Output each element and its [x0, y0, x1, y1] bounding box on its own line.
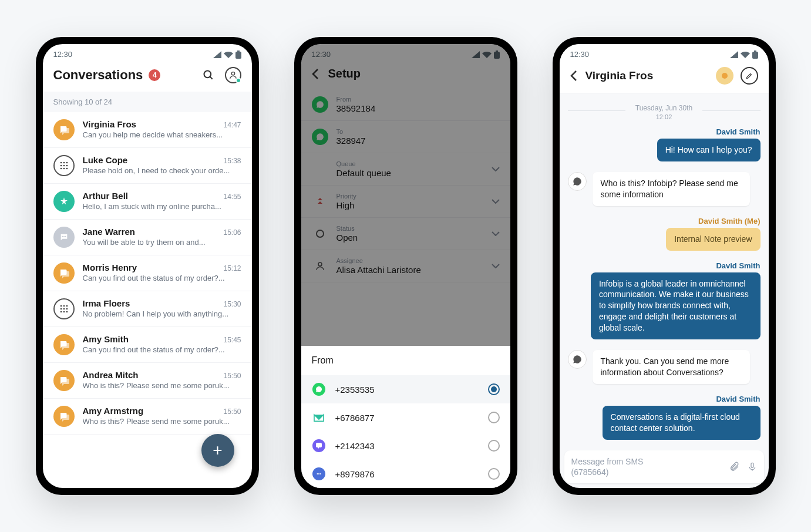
message-time: 14:55 — [223, 193, 241, 201]
channel-icon — [53, 298, 75, 319]
contact-name: Irma Floers — [83, 298, 130, 308]
svg-point-4 — [231, 72, 234, 75]
conversation-item[interactable]: Arthur Bell 14:55 Hello, I am stuck with… — [43, 184, 252, 220]
radio-button[interactable] — [488, 383, 500, 395]
svg-point-8 — [60, 162, 62, 164]
message-bubble: Infobip is a global leader in omnichanne… — [591, 272, 760, 339]
svg-rect-35 — [751, 463, 753, 467]
screen-conversations: 12:30 Conversations 4 Showing 10 of 24 V… — [43, 44, 252, 488]
battery-icon — [752, 50, 758, 59]
sheet-option[interactable]: +6786877 — [301, 403, 510, 432]
conversation-item[interactable]: Amy Smith 15:45 Can you find out the sta… — [43, 327, 252, 363]
svg-point-23 — [60, 311, 62, 313]
sheet-option[interactable]: +2353535 — [301, 375, 510, 403]
svg-point-19 — [66, 308, 68, 310]
status-badge[interactable] — [716, 67, 733, 85]
message-time: 15:38 — [223, 157, 241, 165]
message-preview: Can you find out the status of my order?… — [83, 274, 241, 282]
svg-point-6 — [63, 165, 65, 167]
svg-point-11 — [60, 168, 62, 170]
message-time: 15:12 — [223, 264, 241, 272]
sender-label: David Smith — [568, 127, 760, 136]
sheet-option[interactable]: +2142343 — [301, 432, 510, 460]
signal-icon — [730, 51, 738, 58]
edit-icon[interactable] — [741, 67, 758, 85]
message-preview: Can you help me decide what sneakers... — [83, 130, 241, 139]
svg-point-20 — [60, 305, 62, 307]
status-icons — [213, 50, 241, 59]
whatsapp-icon — [312, 382, 326, 396]
unread-badge: 4 — [149, 69, 160, 81]
svg-rect-33 — [752, 52, 758, 59]
attachment-icon[interactable] — [729, 461, 739, 473]
svg-point-18 — [63, 308, 65, 310]
composer-placeholder-line2: (6785664) — [571, 467, 723, 477]
composer-placeholder-line1: Message from SMS — [571, 456, 723, 467]
channel-icon — [53, 191, 75, 212]
message-bubble: Hi! How can I help you? — [657, 139, 760, 161]
radio-button[interactable] — [488, 440, 500, 452]
email-icon — [312, 410, 326, 425]
radio-button[interactable] — [488, 412, 500, 423]
conversation-item[interactable]: Virginia Fros 14:47 Can you help me deci… — [43, 112, 252, 148]
radio-button[interactable] — [488, 468, 500, 480]
chat-header: Virginia Fros — [560, 62, 769, 93]
phone-1: 12:30 Conversations 4 Showing 10 of 24 V… — [36, 37, 259, 495]
svg-rect-0 — [235, 52, 241, 59]
whatsapp-icon — [568, 350, 587, 369]
contact-name: Amy Armstrng — [83, 406, 144, 416]
conversation-item[interactable]: Luke Cope 15:38 Please hold on, I need t… — [43, 148, 252, 184]
search-icon[interactable] — [203, 69, 214, 81]
new-conversation-fab[interactable]: + — [201, 434, 234, 467]
back-icon[interactable] — [570, 70, 577, 82]
status-time: 12:30 — [570, 50, 590, 59]
whatsapp-icon — [568, 172, 587, 191]
option-label: +2353535 — [335, 385, 479, 395]
message-bubble: Who is this? Infobip? Please send me som… — [593, 172, 751, 206]
chat-icon — [312, 467, 326, 481]
sheet-option[interactable]: +8979876 — [301, 460, 510, 488]
contact-name: Arthur Bell — [83, 191, 129, 201]
svg-point-7 — [66, 165, 68, 167]
message-time: 15:06 — [223, 228, 241, 237]
message-preview: Who is this? Please send me some poruk..… — [83, 417, 241, 426]
svg-point-21 — [63, 305, 65, 307]
from-bottom-sheet: From +2353535 +6786877 +2142343 +8979876 — [301, 346, 510, 488]
conversation-item[interactable]: Jane Warren 15:06 You will be able to tr… — [43, 220, 252, 255]
svg-point-10 — [66, 162, 68, 164]
sender-label: David Smith — [568, 261, 760, 270]
svg-point-14 — [62, 236, 63, 237]
message-time: 15:50 — [223, 408, 241, 416]
status-icons — [730, 50, 758, 59]
mic-icon[interactable] — [748, 461, 757, 473]
message-preview: Can you find out the status of my order?… — [83, 345, 241, 354]
message-time: 14:47 — [223, 121, 241, 129]
svg-point-5 — [60, 165, 62, 167]
message-bubble: Conversations is a digital-first cloud c… — [603, 406, 760, 440]
option-label: +2142343 — [335, 441, 479, 451]
svg-point-17 — [60, 308, 62, 310]
conversation-item[interactable]: Andrea Mitch 15:50 Who is this? Please s… — [43, 363, 252, 399]
status-time: 12:30 — [53, 50, 73, 59]
chat-messages[interactable]: Tuesday, Jun 30th 12:02 David Smith Hi! … — [560, 93, 769, 446]
message-time: 15:50 — [223, 372, 241, 380]
conversation-item[interactable]: Irma Floers 15:30 No problem! Can I help… — [43, 291, 252, 327]
phone-3: 12:30 Virginia Fros Tuesday, Jun 30th 12… — [553, 37, 776, 495]
profile-icon[interactable] — [225, 67, 241, 83]
message-preview: Please hold on, I need to check your ord… — [83, 166, 241, 175]
conversation-list[interactable]: Virginia Fros 14:47 Can you help me deci… — [43, 112, 252, 468]
svg-point-25 — [66, 311, 68, 313]
message-composer[interactable]: Message from SMS (6785664) — [564, 450, 764, 483]
battery-icon — [235, 50, 241, 59]
signal-icon — [213, 51, 221, 58]
channel-icon — [53, 262, 75, 284]
channel-icon — [53, 119, 75, 140]
message-preview: You will be able to try them on and... — [83, 238, 241, 247]
channel-icon — [53, 406, 75, 427]
conversation-item[interactable]: Morris Henry 15:12 Can you find out the … — [43, 255, 252, 291]
status-bar: 12:30 — [560, 44, 769, 62]
conversation-item[interactable]: Amy Armstrng 15:50 Who is this? Please s… — [43, 399, 252, 435]
plus-icon: + — [213, 441, 222, 460]
contact-name: Luke Cope — [83, 155, 128, 165]
svg-point-12 — [63, 168, 65, 170]
